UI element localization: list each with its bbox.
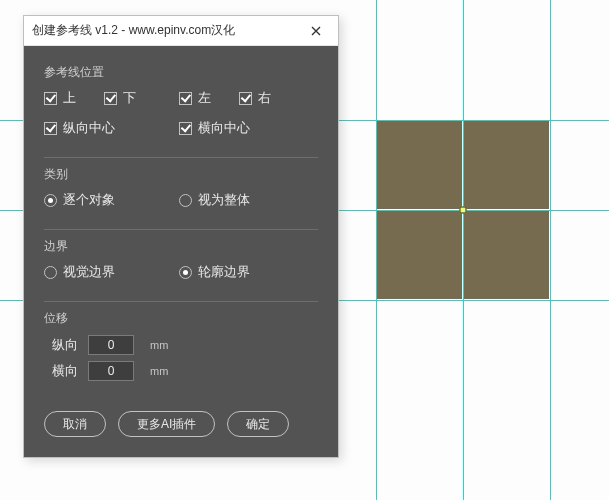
section-position: 参考线位置 上 下 左 右: [44, 56, 318, 157]
radio-outline-bounds[interactable]: 轮廓边界: [179, 263, 250, 281]
checkbox-vcenter[interactable]: 纵向中心: [44, 119, 179, 137]
checkbox-icon: [179, 92, 192, 105]
artwork-rect[interactable]: [464, 211, 549, 299]
section-title: 位移: [44, 310, 318, 327]
artwork-rect[interactable]: [464, 121, 549, 209]
offset-horizontal-label: 横向: [52, 362, 78, 380]
section-title: 边界: [44, 238, 318, 255]
section-title: 参考线位置: [44, 64, 318, 81]
more-plugins-button[interactable]: 更多AI插件: [118, 411, 215, 437]
artwork-rect[interactable]: [377, 121, 462, 209]
unit-label: mm: [150, 339, 168, 351]
guide-vertical: [550, 0, 551, 500]
section-offset: 位移 纵向 0 mm 横向 0 mm: [44, 301, 318, 401]
radio-icon: [44, 194, 57, 207]
radio-each-object[interactable]: 逐个对象: [44, 191, 179, 209]
offset-vertical-label: 纵向: [52, 336, 78, 354]
cancel-button[interactable]: 取消: [44, 411, 106, 437]
checkbox-icon: [179, 122, 192, 135]
titlebar[interactable]: 创建参考线 v1.2 - www.epinv.com汉化: [24, 16, 338, 46]
offset-vertical-row: 纵向 0 mm: [52, 335, 318, 355]
dialog-buttons: 取消 更多AI插件 确定: [44, 411, 318, 437]
radio-visual-bounds[interactable]: 视觉边界: [44, 263, 179, 281]
checkbox-icon: [44, 92, 57, 105]
checkbox-bottom[interactable]: 下: [104, 89, 179, 107]
offset-horizontal-input[interactable]: 0: [88, 361, 134, 381]
close-button[interactable]: [302, 20, 330, 42]
close-icon: [311, 26, 321, 36]
checkbox-left[interactable]: 左: [179, 89, 239, 107]
section-title: 类别: [44, 166, 318, 183]
ok-button[interactable]: 确定: [227, 411, 289, 437]
offset-horizontal-row: 横向 0 mm: [52, 361, 318, 381]
offset-vertical-input[interactable]: 0: [88, 335, 134, 355]
section-category: 类别 逐个对象 视为整体: [44, 157, 318, 229]
section-bounds: 边界 视觉边界 轮廓边界: [44, 229, 318, 301]
checkbox-icon: [104, 92, 117, 105]
artwork-rect[interactable]: [377, 211, 462, 299]
create-guides-dialog: 创建参考线 v1.2 - www.epinv.com汉化 参考线位置 上 下 左: [23, 15, 339, 458]
checkbox-hcenter[interactable]: 横向中心: [179, 119, 250, 137]
checkbox-icon: [44, 122, 57, 135]
radio-icon: [179, 266, 192, 279]
dialog-title: 创建参考线 v1.2 - www.epinv.com汉化: [32, 22, 302, 39]
anchor-point[interactable]: [460, 207, 467, 214]
checkbox-icon: [239, 92, 252, 105]
radio-whole[interactable]: 视为整体: [179, 191, 250, 209]
checkbox-right[interactable]: 右: [239, 89, 271, 107]
unit-label: mm: [150, 365, 168, 377]
checkbox-top[interactable]: 上: [44, 89, 104, 107]
radio-icon: [179, 194, 192, 207]
radio-icon: [44, 266, 57, 279]
